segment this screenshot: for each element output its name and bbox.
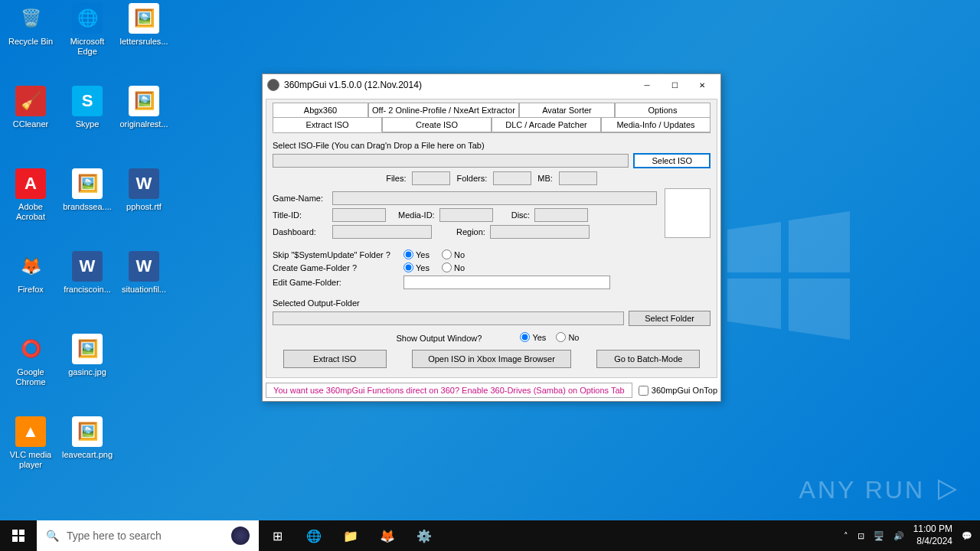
cover-art-box	[665, 188, 710, 238]
tray-chevron-icon[interactable]: ˄	[844, 531, 848, 541]
select-iso-button[interactable]: Select ISO	[633, 153, 710, 168]
tab[interactable]: DLC / Arcade Patcher	[492, 117, 601, 132]
folders-label: Folders:	[456, 174, 487, 183]
taskbar-edge[interactable]: 🌐	[296, 520, 332, 551]
status-message: You want use 360mpGui Functions direct o…	[266, 383, 632, 398]
tray-network-icon[interactable]: 🖥️	[874, 531, 884, 541]
svg-rect-1	[12, 530, 18, 535]
minimize-button[interactable]: ─	[633, 76, 661, 94]
desktop-icon[interactable]: ⭕Google Chrome	[3, 334, 58, 387]
search-icon: 🔍	[46, 530, 59, 542]
mb-label: MB:	[537, 174, 553, 183]
batch-mode-button[interactable]: Go to Batch-Mode	[596, 350, 700, 368]
desktop-icon[interactable]: Wsituationfil...	[116, 251, 172, 295]
tab[interactable]: Create ISO	[382, 117, 492, 132]
taskbar-explorer[interactable]: 📁	[332, 520, 369, 551]
clock[interactable]: 11:00 PM 8/4/2024	[913, 523, 952, 547]
window-title: 360mpGui v1.5.0.0 (12.Nov.2014)	[284, 80, 633, 90]
iso-path-input[interactable]	[273, 154, 629, 168]
ontop-checkbox[interactable]: 360mpGui OnTop	[639, 386, 717, 396]
desktop-icon[interactable]: 🦊Firefox	[3, 251, 58, 295]
tab[interactable]: Extract ISO	[273, 117, 382, 132]
desktop-icon[interactable]: 🖼️originalrest...	[116, 86, 172, 129]
dashboard-label: Dashboard:	[273, 227, 328, 236]
search-placeholder: Type here to search	[67, 530, 224, 542]
desktop-icon[interactable]: SSkype	[60, 86, 115, 129]
desktop-icon[interactable]: 🖼️leavecart.png	[60, 416, 115, 460]
desktop-icon[interactable]: 🗑️Recycle Bin	[3, 3, 58, 47]
tab[interactable]: Options	[615, 103, 710, 117]
taskbar-app[interactable]: ⚙️	[406, 520, 443, 551]
app-icon	[267, 79, 279, 91]
taskbar: 🔍 Type here to search ⊞ 🌐 📁 🦊 ⚙️ ˄ ⊡ 🖥️ …	[0, 520, 980, 551]
svg-rect-4	[19, 536, 24, 542]
select-iso-label: Select ISO-File (You can Drag'n Drop a F…	[273, 141, 710, 150]
disc-input[interactable]	[534, 208, 588, 222]
output-folder-input[interactable]	[273, 311, 624, 325]
tab[interactable]: Media-Info / Updates	[601, 117, 710, 132]
show-output-label: Show Output Window?	[397, 334, 482, 343]
desktop-icon[interactable]: AAdobe Acrobat	[3, 168, 58, 222]
skip-label: Skip "$SystemUpdate" Folder ?	[273, 250, 399, 259]
tray-notifications-icon[interactable]: 💬	[962, 531, 972, 541]
desktop-icon[interactable]: ▲VLC media player	[3, 416, 58, 470]
create-folder-label: Create Game-Folder ?	[273, 263, 399, 272]
tab[interactable]: Off- 2 Online-Profile / NxeArt Extractor	[368, 103, 519, 117]
desktop-icon[interactable]: 🖼️gasinc.jpg	[60, 334, 115, 377]
region-label: Region:	[456, 227, 485, 236]
taskbar-firefox[interactable]: 🦊	[369, 520, 406, 551]
game-name-input[interactable]	[332, 191, 657, 205]
media-id-input[interactable]	[439, 208, 493, 222]
edit-folder-input[interactable]	[403, 276, 610, 289]
edit-folder-label: Edit Game-Folder:	[273, 278, 399, 287]
folders-input[interactable]	[493, 171, 531, 185]
tab[interactable]: Abgx360	[273, 103, 368, 117]
titlebar[interactable]: 360mpGui v1.5.0.0 (12.Nov.2014) ─ ☐ ✕	[263, 74, 720, 96]
game-name-label: Game-Name:	[273, 194, 328, 203]
select-folder-button[interactable]: Select Folder	[629, 311, 710, 326]
skip-no-radio[interactable]: No	[442, 249, 465, 259]
svg-marker-0	[939, 481, 956, 499]
create-yes-radio[interactable]: Yes	[403, 262, 430, 272]
cortana-icon	[231, 527, 250, 545]
show-yes-radio[interactable]: Yes	[520, 332, 546, 342]
svg-rect-2	[19, 530, 24, 535]
title-id-input[interactable]	[332, 208, 386, 222]
tray-volume-icon[interactable]: 🔊	[893, 531, 904, 541]
title-id-label: Title-ID:	[273, 210, 328, 220]
desktop-icon[interactable]: 🌐Microsoft Edge	[60, 3, 115, 57]
desktop-icon[interactable]: 🧹CCleaner	[3, 86, 58, 129]
desktop-icon[interactable]: Wpphost.rtf	[116, 168, 172, 212]
svg-rect-3	[12, 536, 18, 542]
windows-logo-bg	[712, 199, 865, 352]
files-label: Files:	[386, 174, 406, 183]
watermark: ANY RUN	[799, 474, 962, 505]
open-iso-button[interactable]: Open ISO in Xbox Image Browser	[412, 350, 571, 368]
mb-input[interactable]	[559, 171, 597, 185]
files-input[interactable]	[412, 171, 450, 185]
app-window: 360mpGui v1.5.0.0 (12.Nov.2014) ─ ☐ ✕ Ab…	[262, 73, 721, 402]
dashboard-input[interactable]	[332, 225, 432, 239]
media-id-label: Media-ID:	[398, 210, 435, 220]
extract-iso-button[interactable]: Extract ISO	[283, 350, 387, 368]
desktop-icon[interactable]: 🖼️brandssea....	[60, 168, 115, 212]
desktop-icon[interactable]: 🖼️lettersrules...	[116, 3, 172, 47]
start-button[interactable]	[0, 520, 37, 551]
search-box[interactable]: 🔍 Type here to search	[37, 520, 259, 551]
disc-label: Disc:	[511, 210, 530, 220]
create-no-radio[interactable]: No	[442, 262, 465, 272]
tab[interactable]: Avatar Sorter	[519, 103, 615, 117]
skip-yes-radio[interactable]: Yes	[403, 249, 430, 259]
show-no-radio[interactable]: No	[556, 332, 579, 342]
maximize-button[interactable]: ☐	[661, 76, 688, 94]
desktop-icon[interactable]: Wfranciscoin...	[60, 251, 115, 295]
tray-meet-icon[interactable]: ⊡	[858, 531, 864, 541]
output-label: Selected Output-Folder	[273, 298, 710, 308]
close-button[interactable]: ✕	[688, 76, 716, 94]
task-view-button[interactable]: ⊞	[259, 520, 296, 551]
region-input[interactable]	[490, 225, 590, 239]
